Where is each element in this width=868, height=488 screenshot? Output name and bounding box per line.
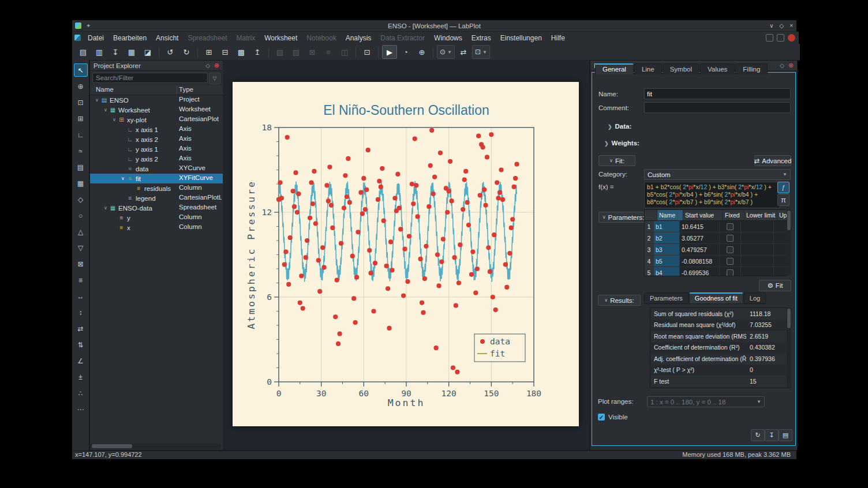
- ws-tool-5[interactable]: ◫: [337, 45, 352, 59]
- add-curve-tool[interactable]: ≈: [74, 144, 88, 157]
- param-col-gutter[interactable]: [645, 210, 657, 220]
- column-header-name[interactable]: Name: [96, 86, 114, 93]
- tree-row-y-axis-2[interactable]: ∟y axis 2Axis: [90, 154, 223, 164]
- cursor-tool[interactable]: ⊕: [414, 45, 429, 59]
- tree-row-y-axis-1[interactable]: ∟y axis 1Axis: [90, 144, 223, 154]
- ws-tool-1[interactable]: ▧: [272, 45, 287, 59]
- tree-row-enso[interactable]: ∨▤ENSOProject: [90, 95, 223, 105]
- h-resize-tool[interactable]: ↔: [74, 290, 88, 303]
- expander-icon[interactable]: ∨: [93, 97, 100, 103]
- param-lower-limit[interactable]: [741, 221, 774, 232]
- new-spreadsheet[interactable]: ⊞: [201, 45, 216, 59]
- worksheet-sheet[interactable]: 0306090120150180061218El Niño-Southern O…: [233, 82, 579, 426]
- param-upper-limit[interactable]: [774, 267, 787, 276]
- xy-plot[interactable]: 0306090120150180061218El Niño-Southern O…: [233, 82, 579, 426]
- param-lower-limit[interactable]: [741, 244, 774, 255]
- param-start-value[interactable]: 10.6415: [680, 221, 720, 232]
- results-table[interactable]: Sum of squared residuals (χ²)1118.18Resi…: [650, 307, 791, 388]
- add-axis-tool[interactable]: ∟: [74, 128, 88, 141]
- ws-tool-3[interactable]: ⊠: [305, 45, 320, 59]
- tree-row-residuals[interactable]: ≡residualsColumn: [90, 183, 223, 193]
- param-col-lower-limit[interactable]: Lower limit: [744, 210, 777, 220]
- worksheet-view[interactable]: 0306090120150180061218El Niño-Southern O…: [223, 60, 589, 449]
- save-result-icon[interactable]: ↧: [765, 429, 779, 441]
- param-col-start-value[interactable]: Start value: [683, 210, 723, 220]
- param-row-b1[interactable]: 1b110.6415: [645, 221, 787, 232]
- tree-column-header[interactable]: Name Type: [90, 85, 223, 95]
- new-matrix[interactable]: ⊟: [218, 45, 233, 59]
- param-lower-limit[interactable]: [741, 267, 774, 276]
- horizontal-scrollbar[interactable]: [91, 444, 221, 449]
- zoom-select-tool[interactable]: ⊡: [74, 96, 88, 109]
- fit-section-toggle[interactable]: ∨Fit:: [598, 155, 635, 166]
- tree-row-x-axis-2[interactable]: ∟x axis 2Axis: [90, 134, 223, 144]
- parameters-section-toggle[interactable]: ∨Parameters:: [598, 212, 648, 223]
- save-project[interactable]: ↧: [108, 45, 123, 59]
- menu-matrix[interactable]: Matrix: [231, 33, 260, 43]
- tree-row-x-axis-1[interactable]: ∟x axis 1Axis: [90, 125, 223, 134]
- new-project[interactable]: ▤: [76, 45, 91, 59]
- redo[interactable]: ↻: [179, 45, 194, 59]
- param-fixed[interactable]: [720, 232, 741, 243]
- tab-symbol[interactable]: Symbol: [663, 63, 699, 74]
- param-upper-limit[interactable]: [774, 232, 787, 243]
- toggle-dock-left-icon[interactable]: [766, 34, 773, 42]
- param-fixed[interactable]: [720, 221, 741, 232]
- list-tool[interactable]: ≡: [74, 273, 88, 287]
- titlebar[interactable]: ✦ ENSO - [Worksheet] — LabPlot ∨ ◇ ×: [72, 20, 796, 32]
- constants-button[interactable]: π: [777, 194, 790, 206]
- param-fixed[interactable]: [720, 267, 741, 276]
- ws-tool-4[interactable]: ≡: [321, 45, 336, 59]
- triangle-down-tool[interactable]: ▽: [74, 241, 88, 254]
- comment-input[interactable]: [644, 102, 791, 113]
- shape-tool[interactable]: ◇: [74, 193, 88, 206]
- float-dock-icon[interactable]: ◇: [780, 62, 784, 69]
- expander-icon[interactable]: ∨: [102, 107, 109, 112]
- weights-section-header[interactable]: ❯Weights:: [604, 140, 639, 147]
- expander-icon[interactable]: ∨: [111, 117, 118, 122]
- data-section-header[interactable]: ❯Data:: [608, 123, 631, 130]
- param-lower-limit[interactable]: [741, 232, 774, 243]
- param-lower-limit[interactable]: [741, 256, 774, 266]
- more-tools[interactable]: ⋯: [74, 403, 88, 416]
- results-scrollbar[interactable]: [787, 307, 791, 387]
- angle-tool[interactable]: ∠: [74, 354, 88, 367]
- param-upper-limit[interactable]: [774, 221, 787, 232]
- results-tab-parameters[interactable]: Parameters: [644, 292, 689, 304]
- triangle-up-tool[interactable]: △: [74, 225, 88, 238]
- open-project[interactable]: ▥: [92, 45, 107, 59]
- fixed-checkbox[interactable]: [727, 269, 734, 276]
- param-col-name[interactable]: Name: [657, 210, 683, 220]
- select-tool[interactable]: ↖: [74, 63, 88, 77]
- param-fixed[interactable]: [720, 244, 741, 255]
- menu-hilfe[interactable]: Hilfe: [547, 33, 570, 43]
- formula-editor[interactable]: b1 + b2*cos( 2*pi*x/12 ) + b3*sin( 2*pi*…: [644, 182, 780, 208]
- tab-values[interactable]: Values: [700, 63, 735, 74]
- undo[interactable]: ↺: [163, 45, 178, 59]
- fixed-checkbox[interactable]: [727, 223, 734, 230]
- tree-row-data[interactable]: ≈dataXYCurve: [90, 164, 223, 174]
- results-tab-goodness-of-fit[interactable]: Goodness of fit: [689, 292, 743, 304]
- param-fixed[interactable]: [720, 256, 741, 266]
- zoom-combo[interactable]: ⊙▼: [437, 45, 455, 59]
- sort-tool[interactable]: ⇅: [74, 338, 88, 351]
- maximize-window-icon[interactable]: ◇: [779, 22, 784, 29]
- navigate-pause[interactable]: ◔: [398, 45, 413, 59]
- tree-row-enso-data[interactable]: ∨▦ENSO-dataSpreadsheet: [90, 203, 223, 213]
- param-col-fixed[interactable]: Fixed: [723, 210, 744, 220]
- menu-extras[interactable]: Extras: [467, 33, 496, 43]
- param-row-b5[interactable]: 4b5-0.0808158: [645, 256, 787, 267]
- add-text-tool[interactable]: ▤: [74, 160, 88, 174]
- import[interactable]: ↥: [250, 45, 265, 59]
- param-start-value[interactable]: -0.699536: [680, 267, 720, 276]
- menu-worksheet[interactable]: Worksheet: [260, 33, 302, 43]
- toggle-dock-right-icon[interactable]: [777, 34, 784, 42]
- fixed-checkbox[interactable]: [727, 258, 734, 265]
- param-start-value[interactable]: 0.479257: [680, 244, 720, 255]
- navigate-play[interactable]: ▶: [382, 45, 397, 59]
- filter-options-icon[interactable]: ▽: [209, 73, 220, 84]
- tab-line[interactable]: Line: [634, 63, 662, 74]
- advanced-button[interactable]: ⇄Advanced: [754, 155, 791, 166]
- float-panel-icon[interactable]: ◇: [205, 62, 210, 69]
- tab-filling[interactable]: Filling: [735, 63, 768, 74]
